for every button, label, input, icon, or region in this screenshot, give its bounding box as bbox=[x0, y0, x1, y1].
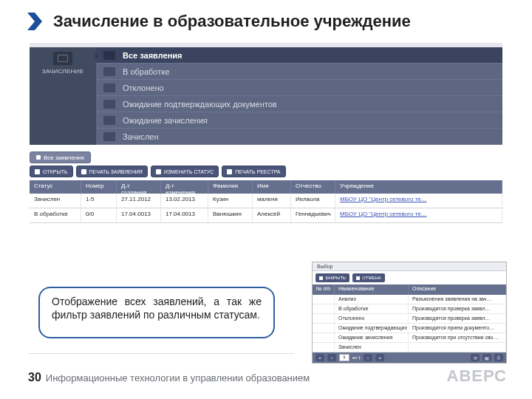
dialog-table-header: № п/п Наименование Описание bbox=[313, 284, 506, 295]
cell bbox=[313, 304, 335, 313]
col-changed[interactable]: Д-т изменения bbox=[161, 180, 208, 194]
app-window: ЗАЧИСЛЕНИЕ Все заявления В обработке Отк… bbox=[30, 43, 502, 223]
table-row[interactable]: В обработке 0/0 17.04.0013 17.04.0013 Ва… bbox=[30, 208, 502, 223]
list-item[interactable]: АнализРазъяснения заявления на зач… bbox=[313, 295, 506, 304]
pagination: « ‹ 1 из 1 › » ⟳ ▤ ⎙ bbox=[313, 352, 506, 363]
cell: В обработке bbox=[335, 304, 409, 313]
menu-item-label: В обработке bbox=[123, 67, 169, 76]
col-firstname[interactable]: Имя bbox=[253, 180, 291, 194]
cell[interactable]: МБОУ ЦО "Центр сетевого те… bbox=[335, 194, 502, 208]
print-button[interactable]: ⎙ bbox=[494, 354, 503, 361]
active-tag[interactable]: Все заявления bbox=[30, 151, 91, 163]
col[interactable]: № п/п bbox=[313, 284, 335, 295]
menu-item-wait-enroll[interactable]: Ожидание зачисления bbox=[96, 112, 502, 129]
list-item[interactable]: Ожидание подтверждающих доку…Производитс… bbox=[313, 324, 506, 333]
cell: Ванюшкин bbox=[208, 208, 253, 222]
btn-label: ОТМЕНА bbox=[362, 276, 381, 280]
list-item[interactable]: ОтклоненоПроизводится проверка заявл… bbox=[313, 314, 506, 324]
folder-icon bbox=[103, 116, 115, 125]
cell: Производится прием документо… bbox=[409, 324, 506, 332]
cell: 17.04.0013 bbox=[161, 208, 208, 222]
cell: 13.02.2013 bbox=[161, 194, 208, 208]
divider bbox=[28, 353, 294, 354]
table-header: Статус Номер Д-т создания Д-т изменения … bbox=[30, 180, 502, 194]
col-created[interactable]: Д-т создания bbox=[117, 180, 161, 194]
cell[interactable]: МБОУ ЦО "Центр сетевого те… bbox=[335, 208, 502, 222]
page-title: Зачисление в образовательное учреждение bbox=[53, 12, 411, 31]
menu-item-label: Зачислен bbox=[123, 132, 159, 141]
tag-label: Все заявления bbox=[44, 154, 84, 161]
last-page-button[interactable]: » bbox=[375, 354, 384, 361]
close-button[interactable]: ЗАКРЫТЬ bbox=[316, 273, 349, 282]
edit-icon bbox=[35, 169, 40, 174]
left-nav[interactable]: ЗАЧИСЛЕНИЕ bbox=[30, 47, 96, 145]
print-app-button[interactable]: ПЕЧАТЬ ЗАЯВЛЕНИЯ bbox=[76, 166, 148, 177]
footer-text: Информационные технологии в управлении о… bbox=[46, 372, 310, 383]
page-input[interactable]: 1 bbox=[339, 354, 349, 361]
cancel-button[interactable]: ОТМЕНА bbox=[352, 273, 385, 282]
menu-item-all[interactable]: Все заявления bbox=[96, 47, 502, 64]
menu-item-label: Отклонено bbox=[123, 83, 164, 92]
cell: 1-5 bbox=[81, 194, 117, 208]
next-page-button[interactable]: › bbox=[364, 354, 372, 361]
cell: Зачислен bbox=[30, 194, 81, 208]
list-item[interactable]: Зачислен bbox=[313, 343, 506, 352]
col-patronymic[interactable]: Отчество bbox=[291, 180, 335, 194]
left-nav-label: ЗАЧИСЛЕНИЕ bbox=[42, 68, 84, 75]
cell: 17.04.0013 bbox=[117, 208, 161, 222]
cell bbox=[409, 343, 506, 352]
dialog-title: Выбор bbox=[313, 262, 506, 271]
print-registry-button[interactable]: ПЕЧАТЬ РЕЕСТРА bbox=[222, 166, 285, 177]
cell: Иелаола bbox=[291, 194, 335, 208]
cell: Зачислен bbox=[335, 343, 409, 352]
briefcase-icon bbox=[53, 52, 72, 65]
cell: Геннадьевич bbox=[291, 208, 335, 222]
close-icon[interactable] bbox=[36, 155, 41, 160]
col[interactable]: Наименование bbox=[335, 284, 409, 295]
folder-icon bbox=[103, 83, 115, 92]
open-button[interactable]: ОТКРЫТЬ bbox=[30, 166, 73, 177]
btn-label: ЗАКРЫТЬ bbox=[325, 276, 346, 280]
export-button[interactable]: ▤ bbox=[482, 354, 491, 361]
col-number[interactable]: Номер bbox=[81, 180, 117, 194]
table-row[interactable]: Зачислен 1-5 27.11.2012 13.02.2013 Кузин… bbox=[30, 194, 502, 208]
col-lastname[interactable]: Фамилия bbox=[208, 180, 253, 194]
status-menu: Все заявления В обработке Отклонено Ожид… bbox=[96, 47, 502, 145]
cell: Разъяснения заявления на зач… bbox=[409, 295, 506, 304]
cell: маленя bbox=[253, 194, 291, 208]
cell: Алексей bbox=[253, 208, 291, 222]
folder-icon bbox=[103, 100, 115, 109]
cell bbox=[313, 333, 335, 342]
cell bbox=[313, 295, 335, 304]
menu-item-label: Все заявления bbox=[123, 51, 183, 60]
page-number: 30 bbox=[28, 371, 41, 384]
print-icon bbox=[227, 169, 232, 174]
menu-item-enrolled[interactable]: Зачислен bbox=[96, 129, 502, 145]
col-status[interactable]: Статус bbox=[30, 180, 81, 194]
brand-logo: АВЕРС bbox=[447, 366, 507, 386]
col-org[interactable]: Учреждение bbox=[335, 180, 502, 194]
refresh-button[interactable]: ⟳ bbox=[471, 354, 480, 361]
folder-icon bbox=[103, 132, 115, 141]
col[interactable]: Описание bbox=[409, 284, 506, 295]
menu-item-rejected[interactable]: Отклонено bbox=[96, 80, 502, 96]
toolbar: ОТКРЫТЬ ПЕЧАТЬ ЗАЯВЛЕНИЯ ИЗМЕНИТЬ СТАТУС… bbox=[30, 166, 502, 177]
prev-page-button[interactable]: ‹ bbox=[327, 354, 336, 361]
cell bbox=[313, 314, 335, 323]
list-item[interactable]: В обработкеПроизводится проверка заявл… bbox=[313, 304, 506, 314]
change-status-button[interactable]: ИЗМЕНИТЬ СТАТУС bbox=[151, 166, 219, 177]
menu-item-wait-docs[interactable]: Ожидание подтверждающих документов bbox=[96, 96, 502, 112]
page-total: из 1 bbox=[352, 355, 361, 360]
cell: 27.11.2012 bbox=[117, 194, 161, 208]
status-icon bbox=[156, 169, 161, 174]
btn-label: ИЗМЕНИТЬ СТАТУС bbox=[164, 169, 214, 174]
cell: Ожидание зачисления bbox=[335, 333, 409, 342]
first-page-button[interactable]: « bbox=[316, 354, 324, 361]
btn-label: ОТКРЫТЬ bbox=[43, 169, 68, 174]
back-icon bbox=[319, 276, 323, 280]
menu-item-processing[interactable]: В обработке bbox=[96, 64, 502, 80]
list-item[interactable]: Ожидание зачисленияПроизводится при отсу… bbox=[313, 333, 506, 343]
dialog-window: Выбор ЗАКРЫТЬ ОТМЕНА № п/п Наименование … bbox=[312, 262, 507, 364]
cell bbox=[313, 343, 335, 352]
cancel-icon bbox=[356, 276, 360, 280]
